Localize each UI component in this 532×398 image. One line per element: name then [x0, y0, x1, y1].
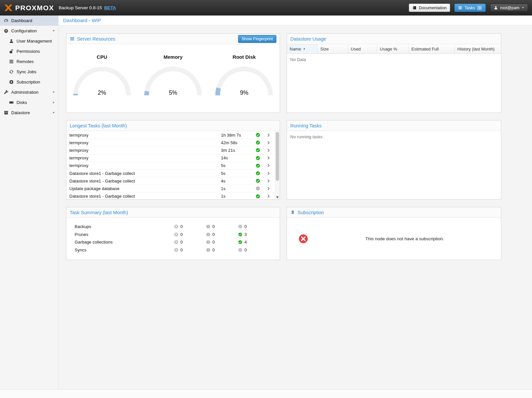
sidebar-item-user-management[interactable]: User Management [0, 36, 58, 46]
sidebar-item-sync-jobs[interactable]: Sync Jobs [0, 67, 58, 77]
task-summary-label: Garbage collections [66, 240, 174, 245]
task-duration: 1s [221, 194, 256, 199]
warning-icon [206, 248, 210, 252]
ok-icon [238, 232, 242, 237]
tasks-label: Tasks [464, 6, 475, 10]
task-open-button[interactable] [267, 186, 275, 191]
caret-right-icon [52, 101, 55, 104]
task-summary-row[interactable]: Prunes003 [66, 231, 280, 239]
main-content: Dashboard - WIP Server Resources Show Fi… [59, 16, 532, 389]
subscription-body: This node does not have a subscription. [287, 218, 501, 260]
error-count: 0 [180, 240, 183, 245]
sidebar-item-label: Dashboard [11, 18, 32, 23]
ok-icon [256, 156, 260, 160]
task-open-button[interactable] [267, 148, 275, 152]
show-fingerprint-button[interactable]: Show Fingerprint [238, 35, 277, 43]
task-row[interactable]: termproxy14s [66, 154, 275, 162]
sidebar-item-disks[interactable]: Disks [0, 97, 58, 108]
task-row[interactable]: termproxy42m 58s [66, 139, 275, 147]
sidebar-item-configuration[interactable]: Configuration [0, 26, 58, 36]
task-row[interactable]: Datastore store1 - Garbage collect1s [66, 193, 275, 200]
task-name: Datastore store1 - Garbage collect [69, 171, 221, 176]
task-status [256, 148, 267, 152]
sidebar-item-permissions[interactable]: Permissions [0, 46, 58, 56]
task-row[interactable]: Datastore store1 - Garbage collect4s [66, 177, 275, 185]
task-status [256, 163, 267, 168]
dashboard-icon [4, 18, 9, 23]
page-header: Dashboard - WIP [59, 16, 532, 25]
ok-icon [238, 224, 242, 229]
column-header-name[interactable]: Name [287, 44, 318, 53]
tasks-button[interactable]: Tasks 0 [454, 4, 486, 12]
sidebar-item-administration[interactable]: Administration [0, 87, 58, 97]
documentation-button[interactable]: Documentation [409, 4, 450, 12]
ok-group: 0 [238, 224, 270, 229]
task-name: Update package database [69, 186, 221, 191]
sidebar-item-label: Disks [17, 100, 27, 105]
sidebar-item-label: Subscription [17, 80, 40, 84]
support-icon [9, 80, 14, 84]
wrench-icon [4, 90, 9, 95]
column-header-size[interactable]: Size [318, 44, 348, 53]
task-open-button[interactable] [267, 171, 275, 176]
gauge-arc: 9% [213, 64, 275, 97]
ok-count: 3 [244, 232, 247, 237]
task-open-button[interactable] [267, 163, 275, 168]
task-row[interactable]: termproxy5s [66, 162, 275, 170]
task-summary-label: Prunes [66, 232, 174, 237]
task-open-button[interactable] [267, 194, 275, 198]
chevron-right-icon [267, 194, 270, 198]
gauge-value: 5% [142, 89, 204, 96]
task-name: Datastore store1 - Garbage collect [69, 194, 221, 199]
server-resources-header: Server Resources Show Fingerprint [66, 34, 280, 44]
sidebar-item-subscription[interactable]: Subscription [0, 77, 58, 87]
error-group: 0 [174, 232, 206, 237]
task-duration: 1s [221, 186, 256, 191]
task-open-button[interactable] [267, 133, 275, 137]
task-row[interactable]: Datastore store1 - Garbage collect5s [66, 170, 275, 177]
user-menu-button[interactable]: root@pam [490, 4, 528, 12]
task-row[interactable]: Update package database1s? [66, 185, 275, 192]
caret-down-icon [52, 29, 55, 33]
svg-text:?: ? [257, 187, 259, 190]
error-icon [174, 248, 178, 252]
topbar-actions: Documentation Tasks 0 root@pam [409, 4, 528, 12]
task-open-button[interactable] [267, 141, 275, 145]
sidebar-item-label: Administration [11, 90, 38, 95]
chevron-right-icon [267, 133, 270, 137]
refresh-icon [9, 69, 14, 74]
sidebar-item-dashboard[interactable]: Dashboard [0, 16, 58, 26]
ribbon-icon [290, 210, 295, 215]
sidebar-item-remotes[interactable]: Remotes [0, 56, 58, 67]
column-header-estimated-full[interactable]: Estimated Full [409, 44, 455, 53]
task-name: termproxy [69, 148, 221, 153]
ok-count: 4 [244, 240, 247, 245]
scrollbar-thumb[interactable] [276, 132, 279, 181]
warning-icon [206, 232, 210, 237]
task-open-button[interactable] [267, 179, 275, 183]
task-summary-row[interactable]: Garbage collections004 [66, 238, 280, 246]
task-summary-row[interactable]: Syncs000 [66, 246, 280, 254]
column-header-usage[interactable]: Usage % [377, 44, 409, 53]
task-summary-row[interactable]: Backups000 [66, 223, 280, 231]
column-header-history-last-month[interactable]: History (last Month) [455, 44, 501, 53]
task-row[interactable]: termproxy1h 38m 7s [66, 131, 275, 139]
proxmox-x-icon [4, 4, 13, 12]
ok-icon [256, 179, 260, 183]
chevron-right-icon [267, 156, 270, 160]
beta-link[interactable]: BETA [104, 5, 116, 10]
sidebar-item-label: Datastore [11, 110, 30, 115]
question-icon: ? [256, 186, 260, 191]
longest-tasks-list: termproxy1h 38m 7stermproxy42m 58stermpr… [66, 131, 275, 199]
gauge-root-disk: Root Disk9% [209, 54, 280, 97]
column-label: Usage % [380, 47, 397, 51]
task-open-button[interactable] [267, 156, 275, 160]
chevron-down-icon [521, 6, 524, 9]
column-label: Name [290, 47, 301, 51]
column-header-used[interactable]: Used [348, 44, 377, 53]
task-row[interactable]: termproxy3m 21s [66, 147, 275, 154]
scrollbar-down-arrow[interactable] [276, 196, 279, 198]
ok-icon [256, 133, 260, 137]
sidebar-item-datastore[interactable]: Datastore [0, 108, 58, 118]
warning-icon [206, 240, 210, 244]
